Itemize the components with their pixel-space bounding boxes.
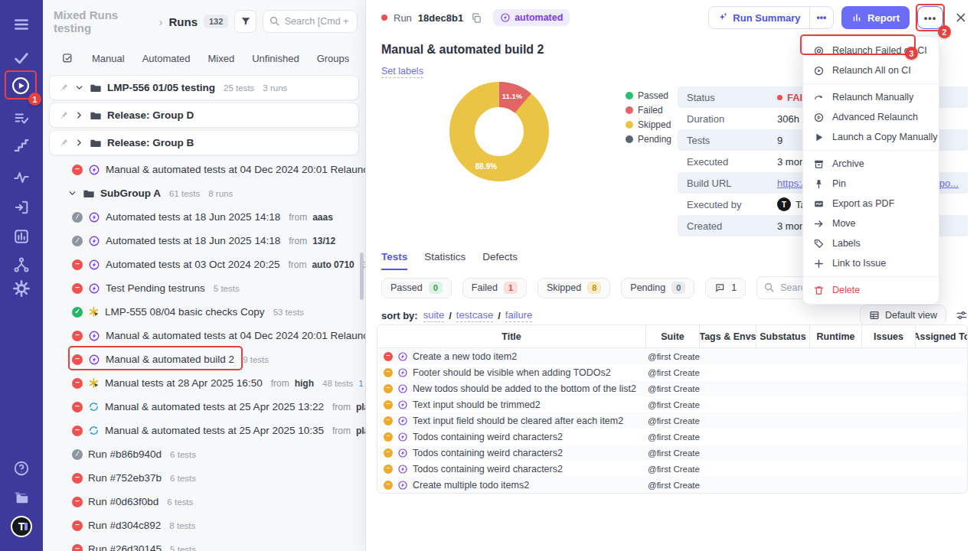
sort-by-failure[interactable]: failure	[505, 309, 532, 322]
col-substatus[interactable]: Substatus	[756, 325, 810, 347]
menu-item-archive[interactable]: Archive	[803, 154, 939, 174]
tab-mixed[interactable]: Mixed	[208, 53, 235, 64]
tab-groups[interactable]: Groups	[317, 53, 350, 64]
run-list-item[interactable]: Manual & automated tests at 04 Dec 2024 …	[43, 158, 365, 181]
analytics-chart-icon[interactable]	[13, 228, 30, 245]
table-row[interactable]: Todos containing weird characters2 @firs…	[377, 429, 967, 445]
run-list-item[interactable]: Run #26d30145 from 5 tests	[43, 537, 365, 551]
col-runtime[interactable]: Runtime	[810, 325, 862, 347]
run-list-item[interactable]: Manual & automated tests at 04 Dec 2024 …	[43, 324, 365, 347]
report-button[interactable]: Report	[841, 6, 910, 29]
run-list-item[interactable]: LMP-555 08/04 basic checks Copy from 53 …	[43, 300, 365, 324]
projects-folder-icon[interactable]	[13, 489, 30, 506]
run-list-item[interactable]: Automated tests at 18 Jun 2025 14:18 fro…	[43, 229, 365, 253]
run-list-item[interactable]: Automated tests at 03 Oct 2024 20:25 fro…	[43, 253, 365, 276]
filter-pending[interactable]: Pending0	[621, 278, 694, 298]
run-list-item[interactable]: Run #752eb37b from 6 tests	[43, 466, 365, 490]
run-list-item[interactable]: Automated tests at 18 Jun 2025 14:18 fro…	[43, 205, 365, 229]
table-row[interactable]: Todos containing weird characters2 @firs…	[377, 445, 967, 461]
build-url-link[interactable]: https:/	[777, 178, 804, 189]
menu-item-move[interactable]: Move	[803, 214, 939, 233]
sort-by-suite[interactable]: suite	[423, 309, 444, 322]
menu-item-link-to-issue[interactable]: Link to Issue	[803, 253, 939, 273]
test-suite[interactable]: @first Create ...	[646, 429, 700, 445]
run-list-item[interactable]: Run #b86b940d from 6 tests	[43, 442, 365, 466]
automated-badge[interactable]: automated	[493, 9, 570, 26]
run-list-item[interactable]: LMP-556 01/05 testing from 25 tests 3 ru…	[49, 75, 359, 100]
import-icon[interactable]	[13, 199, 30, 216]
filter-failed[interactable]: Failed1	[462, 278, 527, 298]
run-list-item[interactable]: SubGroup A from 61 tests 8 runs	[43, 181, 365, 205]
run-list-item[interactable]: Manual & automated tests at 25 Apr 2025 …	[43, 395, 365, 419]
run-list-item[interactable]: Manual tests at 28 Apr 2025 16:50 from h…	[43, 371, 365, 395]
run-list-item[interactable]: Manual & automated build 2 from 9 tests	[43, 347, 365, 371]
table-row[interactable]: Create a new todo item2 @first Create ..…	[377, 348, 967, 364]
settings-gear-icon[interactable]	[13, 280, 30, 297]
test-suite[interactable]: @first Create ...	[646, 380, 700, 396]
test-suite[interactable]: @first Create ...	[646, 364, 700, 380]
run-summary-more-button[interactable]: •••	[809, 7, 834, 28]
runs-scrollbar[interactable]	[360, 253, 364, 300]
tab-automated[interactable]: Automated	[142, 53, 191, 64]
test-suite[interactable]: @first Create ...	[646, 461, 700, 477]
col-suite[interactable]: Suite	[646, 325, 700, 347]
test-suite[interactable]: @first Create ...	[646, 348, 700, 364]
filter-comments[interactable]: 1	[705, 278, 746, 298]
menu-item-labels[interactable]: Labels	[803, 233, 939, 253]
menu-item-launch-copy-manually[interactable]: Launch a Copy Manually	[803, 127, 939, 147]
help-icon[interactable]	[13, 460, 30, 477]
tab-unfinished[interactable]: Unfinished	[252, 53, 299, 64]
chevron-icon[interactable]	[74, 83, 84, 93]
breadcrumb-project[interactable]: Mixed Runs testing	[54, 8, 152, 34]
filter-passed[interactable]: Passed0	[381, 278, 452, 298]
table-row[interactable]: Create multiple todo items2 @first Creat…	[377, 477, 967, 493]
menu-item-relaunch-all-on-ci[interactable]: Relaunch All on CI	[803, 60, 939, 80]
chevron-icon[interactable]	[74, 138, 84, 148]
table-row[interactable]: Footer should be visible when adding TOD…	[377, 364, 967, 380]
filter-skipped[interactable]: Skipped8	[537, 278, 610, 298]
sort-by-testcase[interactable]: testcase	[456, 309, 493, 322]
tab-tests[interactable]: Tests	[381, 251, 407, 270]
table-row[interactable]: Text input field should be cleared after…	[377, 412, 967, 429]
test-suite[interactable]: @first Create ...	[646, 396, 700, 412]
default-view-button[interactable]: Default view	[860, 305, 946, 326]
run-list-item[interactable]: Manual & automated tests at 25 Apr 2025 …	[43, 419, 365, 442]
tab-defects[interactable]: Defects	[482, 251, 518, 270]
test-suite[interactable]: @first Create ...	[646, 412, 700, 429]
table-row[interactable]: Todos containing weird characters2 @firs…	[377, 461, 967, 477]
chevron-icon[interactable]	[67, 188, 77, 198]
menu-item-relaunch-failed-on-ci[interactable]: Relaunch Failed on CI	[803, 41, 939, 60]
run-actions-menu-button[interactable]: •••	[917, 6, 943, 29]
col-assigned-to[interactable]: Assigned To	[916, 325, 967, 347]
activity-pulse-icon[interactable]	[13, 169, 30, 186]
tab-manual[interactable]: Manual	[92, 53, 125, 64]
filter-button[interactable]	[234, 10, 256, 33]
tab-statistics[interactable]: Statistics	[424, 251, 466, 270]
table-row[interactable]: New todos should be added to the bottom …	[377, 380, 967, 396]
test-suite[interactable]: @first Create ...	[646, 445, 700, 461]
col-title[interactable]: Title	[377, 325, 646, 347]
run-list-item[interactable]: Test Pending testruns from 5 tests	[43, 276, 365, 300]
run-list-item[interactable]: Release: Group D from	[49, 103, 359, 128]
runs-nav-icon[interactable]	[11, 76, 31, 96]
multi-select-icon[interactable]	[61, 52, 74, 65]
hamburger-menu-icon[interactable]	[13, 16, 30, 33]
user-avatar[interactable]: T	[11, 516, 32, 537]
defects-link[interactable]: 1 defects	[358, 379, 365, 388]
run-summary-button[interactable]: Run Summary	[709, 7, 808, 28]
drawer-close-icon[interactable]	[954, 11, 968, 24]
copy-icon[interactable]	[471, 12, 482, 24]
run-list-item[interactable]: Run #d304c892 from 8 tests	[43, 514, 365, 537]
table-row[interactable]: Text input should be trimmed2 @first Cre…	[377, 396, 967, 412]
menu-item-delete[interactable]: Delete	[803, 280, 939, 300]
menu-item-relaunch-manually[interactable]: Relaunch Manually	[803, 87, 939, 107]
menu-item-pin[interactable]: Pin	[803, 174, 939, 194]
menu-item-advanced-relaunch[interactable]: Advanced Relaunch	[803, 107, 939, 127]
branches-icon[interactable]	[13, 256, 30, 273]
run-list-item[interactable]: Run #0d63f0bd from 6 tests	[43, 490, 365, 514]
chevron-icon[interactable]	[74, 110, 84, 120]
run-list-item[interactable]: Release: Group B from	[49, 130, 359, 155]
test-plans-icon[interactable]	[13, 109, 30, 126]
menu-item-export-pdf[interactable]: PDFExport as PDF	[803, 194, 939, 214]
col-tags-envs[interactable]: Tags & Envs	[700, 325, 756, 347]
